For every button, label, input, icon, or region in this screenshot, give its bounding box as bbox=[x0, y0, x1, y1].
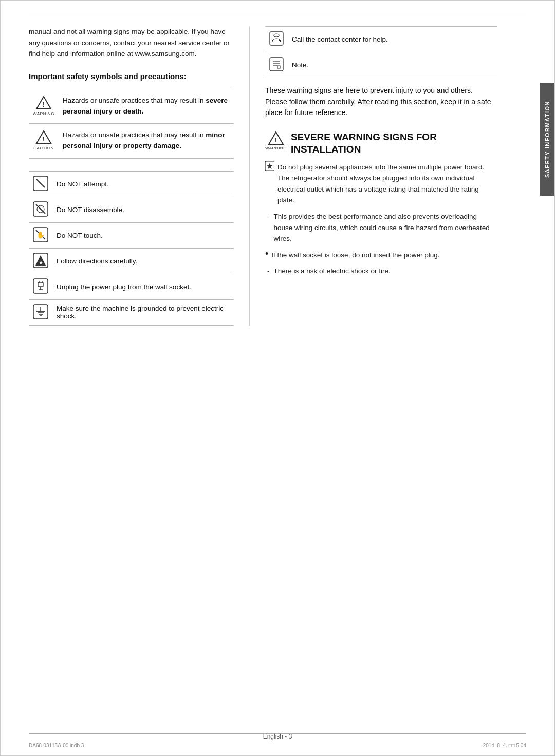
caution-triangle-icon: ! CAUTION bbox=[33, 130, 54, 152]
severe-warning-icon: ! WARNING bbox=[265, 131, 287, 150]
no-touch-text: Do NOT touch. bbox=[52, 222, 234, 248]
svg-text:!: ! bbox=[275, 136, 277, 144]
svg-text:!: ! bbox=[43, 135, 45, 143]
no-touch-icon: ✋ bbox=[29, 222, 52, 248]
warning-icon-cell: ! WARNING bbox=[29, 89, 59, 123]
sub-dash-2: - bbox=[267, 266, 270, 277]
svg-rect-30 bbox=[270, 58, 283, 71]
no-attempt-text: Do NOT attempt. bbox=[52, 171, 234, 197]
svg-text:✋: ✋ bbox=[36, 231, 45, 239]
svg-rect-16 bbox=[33, 279, 48, 293]
symbol-table: ! WARNING Hazards or unsafe practices th… bbox=[29, 89, 234, 159]
warning-item-1: Do not plug several appliances into the … bbox=[265, 162, 497, 206]
main-content: manual and not all warning signs may be … bbox=[1, 1, 554, 351]
right-icon-call: Call the contact center for help. bbox=[265, 27, 497, 52]
unplug-icon bbox=[29, 274, 52, 299]
severe-warning-title: SEVERE WARNING SIGNS FOR INSTALLATION bbox=[291, 131, 497, 156]
follow-directions-icon: ★ bbox=[29, 248, 52, 274]
no-attempt-icon bbox=[29, 171, 52, 197]
svg-rect-17 bbox=[38, 282, 43, 287]
ground-text: Make sure the machine is grounded to pre… bbox=[52, 299, 234, 325]
warning-sub-item-2: - There is a risk of electric shock or f… bbox=[265, 266, 497, 277]
icon-row-no-attempt: Do NOT attempt. bbox=[29, 171, 234, 197]
severe-warning-header: ! WARNING SEVERE WARNING SIGNS FOR INSTA… bbox=[265, 131, 497, 156]
no-disassemble-icon bbox=[29, 197, 52, 222]
side-tab-label: SAFETY INFORMATION bbox=[544, 101, 550, 178]
call-center-icon bbox=[265, 27, 288, 52]
top-border bbox=[29, 15, 526, 15]
no-disassemble-text: Do NOT disassemble. bbox=[52, 197, 234, 222]
unplug-text: Unplug the power plug from the wall sock… bbox=[52, 274, 234, 299]
svg-text:!: ! bbox=[43, 101, 45, 108]
page-footer: English - 3 bbox=[1, 733, 554, 740]
call-center-text: Call the contact center for help. bbox=[288, 27, 497, 52]
right-icon-note: Note. bbox=[265, 52, 497, 78]
caution-icon-cell: ! CAUTION bbox=[29, 124, 59, 158]
left-column: manual and not all warning signs may be … bbox=[29, 26, 250, 326]
warning-item-2-text: If the wall socket is loose, do not inse… bbox=[271, 250, 439, 261]
icon-row-follow-directions: ★ Follow directions carefully. bbox=[29, 248, 234, 274]
warning-sub-item-1-text: This provides the best performance and a… bbox=[274, 211, 498, 244]
icon-row-ground: Make sure the machine is grounded to pre… bbox=[29, 299, 234, 325]
warning-text-cell: Hazards or unsafe practices that may res… bbox=[59, 89, 234, 123]
footer-left-text: DA68-03115A-00.indb 3 bbox=[29, 743, 84, 748]
footer-right-text: 2014. 8. 4. □□ 5:04 bbox=[483, 743, 526, 748]
symbol-row-warning: ! WARNING Hazards or unsafe practices th… bbox=[29, 89, 234, 123]
warning-sub-item-2-text: There is a risk of electric shock or fir… bbox=[274, 266, 391, 277]
note-icon bbox=[265, 52, 288, 78]
sub-dash-1: - bbox=[267, 211, 270, 244]
page-wrapper: SAFETY INFORMATION manual and not all wa… bbox=[0, 0, 555, 756]
warning-item-2: • If the wall socket is loose, do not in… bbox=[265, 250, 497, 261]
warning-sub-item-1: - This provides the best performance and… bbox=[265, 211, 497, 244]
svg-line-9 bbox=[38, 206, 43, 212]
svg-line-5 bbox=[36, 179, 45, 187]
caution-text-cell: Hazards or unsafe practices that may res… bbox=[59, 124, 234, 158]
star-bullet-icon bbox=[265, 161, 274, 175]
svg-marker-37 bbox=[267, 163, 273, 169]
footer-center-text: English - 3 bbox=[263, 733, 292, 740]
note-text: Note. bbox=[288, 52, 497, 78]
side-tab: SAFETY INFORMATION bbox=[540, 83, 554, 196]
right-top-table: Call the contact center for help. Note. bbox=[265, 26, 497, 78]
right-column: Call the contact center for help. Note. bbox=[250, 26, 512, 326]
dot-bullet-icon: • bbox=[265, 249, 268, 258]
warning-text-1: These warning signs are here to prevent … bbox=[265, 86, 473, 94]
warning-list: Do not plug several appliances into the … bbox=[265, 162, 497, 277]
svg-text:★: ★ bbox=[39, 260, 44, 266]
icon-row-unplug: Unplug the power plug from the wall sock… bbox=[29, 274, 234, 299]
icon-list-table: Do NOT attempt. Do NOT disassemble. bbox=[29, 171, 234, 326]
icon-row-no-touch: ✋ Do NOT touch. bbox=[29, 222, 234, 248]
symbol-row-caution: ! CAUTION Hazards or unsafe practices th… bbox=[29, 124, 234, 158]
intro-text: manual and not all warning signs may be … bbox=[29, 26, 234, 60]
warning-triangle-icon: ! WARNING bbox=[33, 96, 54, 117]
section-title: Important safety symbols and precautions… bbox=[29, 72, 234, 81]
ground-icon bbox=[29, 299, 52, 325]
follow-directions-text: Follow directions carefully. bbox=[52, 248, 234, 274]
warning-bold-block: These warning signs are here to prevent … bbox=[265, 85, 497, 119]
icon-row-no-disassemble: Do NOT disassemble. bbox=[29, 197, 234, 222]
warning-item-1-text: Do not plug several appliances into the … bbox=[278, 162, 497, 206]
warning-text-2: Please follow them carefully. After read… bbox=[265, 98, 491, 117]
